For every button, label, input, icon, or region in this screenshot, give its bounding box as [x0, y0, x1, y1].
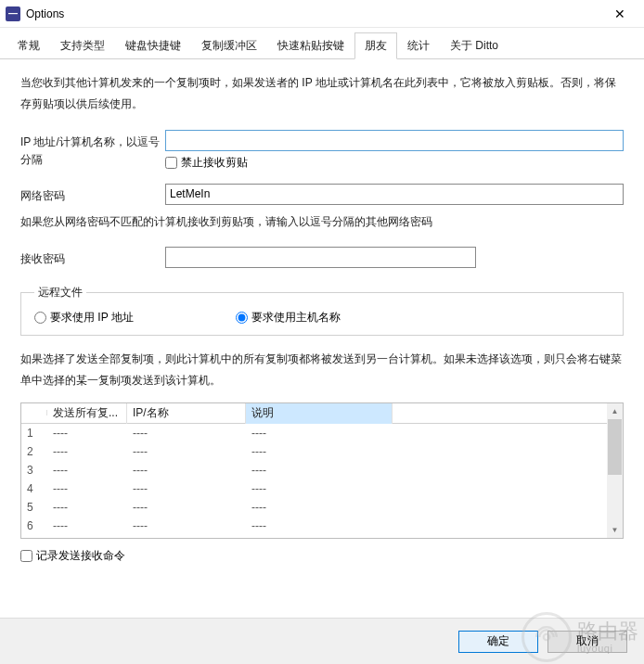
tab-hotkeys[interactable]: 键盘快捷键 [115, 32, 191, 59]
receive-password-field[interactable] [165, 247, 476, 268]
intro-text: 当您收到其他计算机发来的一个复制项时，如果发送者的 IP 地址或计算机名在此列表… [20, 72, 624, 115]
radio-use-ip[interactable] [34, 312, 46, 324]
log-commands-label: 记录发送接收命令 [36, 548, 125, 564]
scroll-down-icon[interactable]: ▼ [607, 522, 623, 538]
table-row[interactable]: 6------------ [21, 517, 607, 535]
tab-friends[interactable]: 朋友 [354, 32, 397, 59]
log-commands-checkbox[interactable] [20, 550, 32, 562]
radio-use-hostname[interactable] [236, 312, 248, 324]
send-description: 如果选择了发送全部复制项，则此计算机中的所有复制项都将被发送到另一台计算机。如果… [20, 349, 624, 391]
table-row[interactable]: 1------------ [21, 424, 607, 442]
remote-file-legend: 远程文件 [34, 285, 86, 300]
radio-use-ip-label[interactable]: 要求使用 IP 地址 [34, 310, 134, 326]
table-row[interactable]: 2------------ [21, 442, 607, 461]
label-receive-password: 接收密码 [20, 247, 165, 268]
network-password-field[interactable] [165, 184, 624, 205]
friends-grid[interactable]: 发送所有复... IP/名称 说明 1------------2--------… [20, 402, 624, 539]
scroll-thumb[interactable] [608, 419, 622, 475]
label-network-password: 网络密码 [20, 184, 165, 205]
tab-about[interactable]: 关于 Ditto [440, 32, 509, 59]
table-row[interactable]: 4------------ [21, 479, 607, 498]
disable-receive-checkbox[interactable] [165, 157, 177, 169]
table-row[interactable]: 3------------ [21, 461, 607, 479]
grid-col-index [21, 410, 47, 415]
remote-file-group: 远程文件 要求使用 IP 地址 要求使用主机名称 [20, 285, 624, 336]
ok-button[interactable]: 确定 [458, 631, 538, 653]
grid-scrollbar[interactable]: ▲ ▼ [607, 403, 623, 538]
cancel-button[interactable]: 取消 [547, 631, 627, 653]
tab-quickpaste[interactable]: 快速粘贴按键 [267, 32, 354, 59]
label-ip-names: IP 地址/计算机名称，以逗号分隔 [20, 130, 165, 169]
radio-use-hostname-label[interactable]: 要求使用主机名称 [236, 310, 341, 326]
ip-names-field[interactable] [165, 130, 624, 151]
app-icon: — [6, 6, 20, 21]
window-title: Options [26, 7, 601, 20]
tab-general[interactable]: 常规 [7, 32, 50, 59]
tab-types[interactable]: 支持类型 [50, 32, 115, 59]
close-button[interactable]: ✕ [601, 1, 638, 27]
table-row[interactable]: 5------------ [21, 498, 607, 517]
tab-stats[interactable]: 统计 [397, 32, 440, 59]
grid-col-ipname[interactable]: IP/名称 [127, 403, 246, 424]
grid-col-description[interactable]: 说明 [246, 403, 393, 424]
disable-receive-label: 禁止接收剪贴 [181, 155, 248, 171]
network-password-hint: 如果您从网络密码不匹配的计算机接收到剪贴项，请输入以逗号分隔的其他网络密码 [20, 214, 624, 230]
tab-copybuffer[interactable]: 复制缓冲区 [191, 32, 267, 59]
tab-strip: 常规 支持类型 键盘快捷键 复制缓冲区 快速粘贴按键 朋友 统计 关于 Ditt… [0, 28, 644, 59]
grid-col-sendall[interactable]: 发送所有复... [47, 403, 127, 424]
scroll-up-icon[interactable]: ▲ [607, 403, 623, 419]
